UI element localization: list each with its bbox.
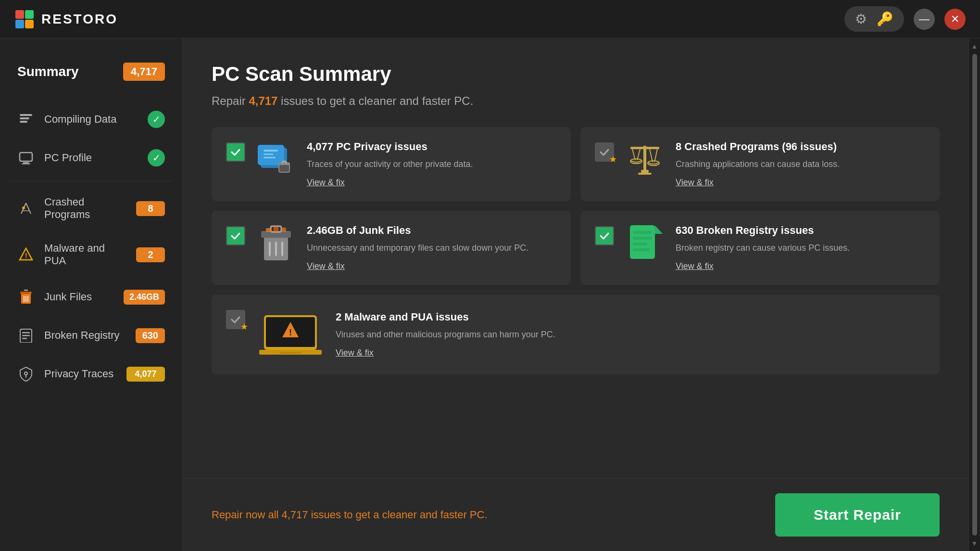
svg-rect-51: [266, 228, 272, 232]
svg-rect-7: [20, 153, 32, 161]
svg-rect-5: [20, 117, 29, 119]
bottom-bar-text: Repair now all 4,717 issues to get a cle…: [212, 509, 488, 521]
svg-line-11: [26, 203, 31, 214]
privacy-checkbox[interactable]: [226, 142, 245, 162]
content-wrapper: PC Scan Summary Repair 4,717 issues to g…: [183, 38, 968, 551]
svg-rect-3: [25, 20, 34, 28]
scrollbar[interactable]: ▲ ▼: [968, 38, 980, 551]
crashed-checkbox[interactable]: ★: [595, 142, 614, 162]
svg-rect-0: [15, 10, 24, 19]
start-repair-button[interactable]: Start Repair: [775, 493, 940, 537]
malware-icon: !: [257, 308, 324, 361]
sidebar-item-broken-registry[interactable]: Broken Registry 630: [0, 316, 182, 355]
crashed-view-fix[interactable]: View & fix: [676, 178, 714, 187]
app-name: RESTORO: [41, 12, 118, 27]
sidebar: Summary 4,717 Compiling Data ✓ PC Profil…: [0, 38, 183, 551]
crashed-card-title: 8 Crashed Programs (96 issues): [676, 141, 925, 153]
svg-rect-52: [274, 227, 278, 231]
summary-badge: 4,717: [123, 63, 165, 81]
card-junk: 2.46GB of Junk Files Unnecessary and tem…: [212, 211, 571, 285]
crashed-card-desc: Crashing applications can cause data los…: [676, 158, 925, 171]
compiling-data-check: ✓: [148, 111, 165, 128]
malware-card-content: 2 Malware and PUA issues Viruses and oth…: [336, 311, 925, 358]
broken-registry-icon: [17, 327, 35, 344]
svg-rect-6: [20, 121, 27, 123]
card-malware: ★ ! 2 Malware an: [212, 295, 940, 374]
junk-checkbox[interactable]: [226, 226, 245, 245]
privacy-view-fix[interactable]: View & fix: [307, 178, 345, 187]
svg-rect-9: [22, 164, 30, 165]
page-title: PC Scan Summary: [212, 63, 940, 86]
main-layout: Summary 4,717 Compiling Data ✓ PC Profil…: [0, 38, 980, 551]
bottom-bar: Repair now all 4,717 issues to get a cle…: [183, 478, 968, 551]
registry-icon: [626, 224, 664, 263]
svg-text:!: !: [289, 328, 292, 337]
svg-rect-8: [23, 162, 29, 164]
svg-rect-65: [279, 352, 302, 354]
sidebar-item-crashed-programs[interactable]: Crashed Programs 8: [0, 185, 182, 231]
broken-registry-badge: 630: [136, 328, 165, 343]
sidebar-label-malware-pua: Malware and PUA: [44, 242, 126, 267]
svg-rect-23: [22, 332, 30, 333]
malware-star-badge: ★: [240, 321, 248, 332]
junk-card-desc: Unnecessary and temporary files can slow…: [307, 242, 556, 255]
subtitle-prefix: Repair: [212, 94, 249, 107]
sidebar-label-junk-files: Junk Files: [44, 291, 114, 303]
cards-grid: 4,077 PC Privacy issues Traces of your a…: [212, 127, 940, 285]
titlebar-controls: ⚙ 🔑 — ✕: [844, 6, 966, 32]
svg-rect-54: [630, 225, 655, 259]
crashed-programs-icon: [17, 200, 35, 217]
sidebar-item-compiling-data[interactable]: Compiling Data ✓: [0, 100, 182, 139]
svg-text:!: !: [25, 252, 27, 259]
settings-icon[interactable]: ⚙: [855, 11, 867, 27]
malware-card-title: 2 Malware and PUA issues: [336, 311, 925, 323]
compiling-data-icon: [17, 111, 35, 128]
main-content: PC Scan Summary Repair 4,717 issues to g…: [183, 38, 968, 478]
summary-label: Summary: [17, 64, 79, 79]
close-button[interactable]: ✕: [944, 9, 966, 30]
junk-view-fix[interactable]: View & fix: [307, 261, 345, 271]
sidebar-item-privacy-traces[interactable]: Privacy Traces 4,077: [0, 355, 182, 393]
svg-rect-4: [20, 114, 32, 116]
sidebar-item-malware-pua[interactable]: ! Malware and PUA 2: [0, 231, 182, 278]
key-icon[interactable]: 🔑: [877, 11, 893, 27]
svg-rect-55: [633, 231, 652, 234]
privacy-card-desc: Traces of your activity or other private…: [307, 158, 556, 171]
malware-card-desc: Viruses and other malicious programs can…: [336, 328, 925, 341]
minimize-button[interactable]: —: [914, 9, 935, 30]
crashed-icon: [626, 141, 664, 179]
svg-rect-36: [630, 147, 659, 149]
svg-rect-1: [25, 10, 34, 19]
registry-card-title: 630 Broken Registry issues: [676, 224, 925, 237]
card-crashed: ★: [580, 127, 940, 201]
svg-rect-57: [633, 243, 647, 245]
svg-rect-34: [279, 165, 289, 172]
sidebar-label-broken-registry: Broken Registry: [44, 329, 126, 342]
scroll-thumb[interactable]: [972, 54, 977, 536]
page-subtitle: Repair 4,717 issues to get a cleaner and…: [212, 94, 940, 108]
sidebar-item-pc-profile[interactable]: PC Profile ✓: [0, 139, 182, 177]
junk-files-badge: 2.46GB: [124, 290, 165, 305]
svg-rect-25: [22, 338, 27, 339]
pc-profile-check: ✓: [148, 149, 165, 167]
sidebar-item-junk-files[interactable]: Junk Files 2.46GB: [0, 278, 182, 316]
svg-rect-35: [643, 146, 646, 170]
scroll-down-arrow[interactable]: ▼: [970, 538, 980, 548]
junk-icon: [257, 224, 295, 263]
registry-card-desc: Broken registry can cause various PC iss…: [676, 242, 925, 255]
registry-card-content: 630 Broken Registry issues Broken regist…: [676, 224, 925, 271]
sidebar-label-compiling-data: Compiling Data: [44, 113, 138, 126]
junk-files-icon: [17, 288, 35, 306]
svg-rect-31: [264, 154, 273, 155]
malware-view-fix[interactable]: View & fix: [336, 348, 374, 358]
sidebar-summary[interactable]: Summary 4,717: [0, 53, 182, 90]
malware-pua-icon: !: [17, 246, 35, 263]
scroll-up-arrow[interactable]: ▲: [970, 41, 980, 51]
malware-checkbox[interactable]: ★: [226, 310, 245, 329]
crashed-card-content: 8 Crashed Programs (96 issues) Crashing …: [676, 141, 925, 188]
registry-view-fix[interactable]: View & fix: [676, 261, 714, 271]
malware-pua-badge: 2: [136, 247, 165, 262]
svg-line-41: [654, 149, 657, 162]
privacy-traces-icon: [17, 365, 35, 383]
registry-checkbox[interactable]: [595, 226, 614, 245]
